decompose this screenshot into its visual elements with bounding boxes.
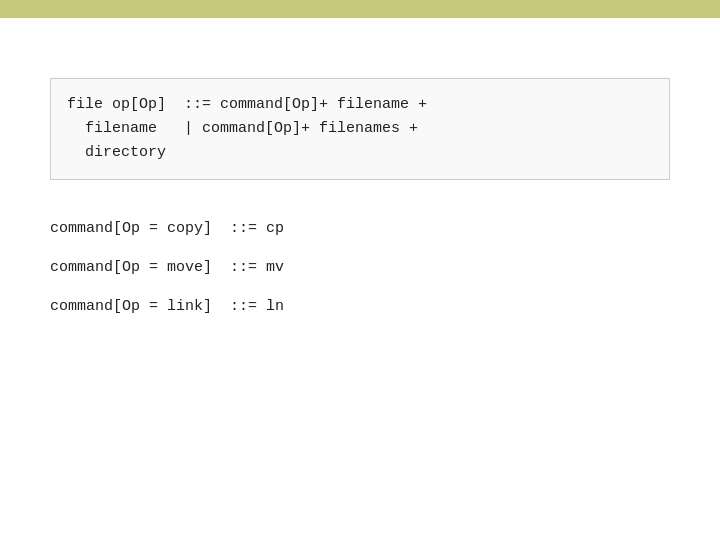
content-area: file op[Op] ::= command[Op]+ filename + …: [0, 18, 720, 540]
grammar-rule-block: file op[Op] ::= command[Op]+ filename + …: [50, 78, 670, 180]
rule-link-text: command[Op = link] ::= ln: [50, 298, 284, 315]
grammar-line-1: file op[Op] ::= command[Op]+ filename +: [67, 93, 653, 117]
rule-row-copy: command[Op = copy] ::= cp: [50, 220, 670, 237]
rule-move-text: command[Op = move] ::= mv: [50, 259, 284, 276]
accent-bar: [0, 0, 720, 18]
grammar-line-2: filename | command[Op]+ filenames +: [67, 117, 653, 141]
rule-row-link: command[Op = link] ::= ln: [50, 298, 670, 315]
rule-row-move: command[Op = move] ::= mv: [50, 259, 670, 276]
rule-copy-text: command[Op = copy] ::= cp: [50, 220, 284, 237]
grammar-line-3: directory: [67, 141, 653, 165]
rules-section: command[Op = copy] ::= cp command[Op = m…: [50, 220, 670, 315]
